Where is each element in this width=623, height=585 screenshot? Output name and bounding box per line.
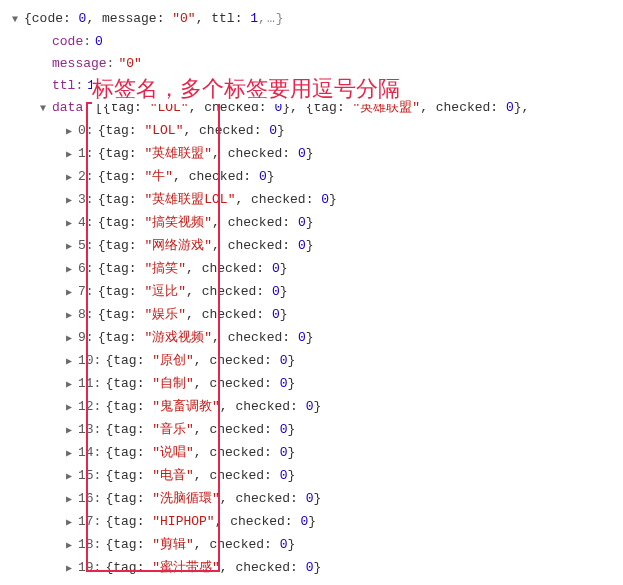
array-index: 11 [78,373,94,395]
array-index: 19 [78,557,94,579]
chevron-right-icon[interactable] [66,489,76,511]
field-key: data [52,97,83,119]
array-index: 15 [78,465,94,487]
chevron-right-icon[interactable] [66,328,76,350]
chevron-right-icon[interactable] [66,144,76,166]
data-array: 0: {tag: "LOL", checked: 0}1: {tag: "英雄联… [0,120,623,580]
array-item[interactable]: 8: {tag: "娱乐", checked: 0} [0,304,623,327]
field-key: ttl [52,75,75,97]
array-item[interactable]: 0: {tag: "LOL", checked: 0} [0,120,623,143]
array-item-value: {tag: "搞笑", checked: 0} [98,258,288,280]
chevron-right-icon[interactable] [66,374,76,396]
array-index: 16 [78,488,94,510]
chevron-right-icon[interactable] [66,167,76,189]
field-key: code [52,31,83,53]
chevron-right-icon[interactable] [66,121,76,143]
array-item-value: {tag: "娱乐", checked: 0} [98,304,288,326]
array-item-value: {tag: "剪辑", checked: 0} [105,534,295,556]
array-index: 17 [78,511,94,533]
chevron-right-icon[interactable] [66,236,76,258]
array-index: 2 [78,166,86,188]
array-item-value: {tag: "牛", checked: 0} [98,166,275,188]
array-index: 6 [78,258,86,280]
field-value: 0 [95,31,103,53]
chevron-right-icon[interactable] [66,259,76,281]
root-row[interactable]: {code: 0, message: "0", ttl: 1,…} [0,8,623,31]
array-item[interactable]: 16: {tag: "洗脑循環", checked: 0} [0,488,623,511]
array-item-value: {tag: "说唱", checked: 0} [105,442,295,464]
chevron-right-icon[interactable] [66,558,76,580]
array-index: 8 [78,304,86,326]
chevron-right-icon[interactable] [66,282,76,304]
array-item-value: {tag: "HIPHOP", checked: 0} [105,511,316,533]
chevron-down-icon[interactable] [40,98,50,120]
chevron-right-icon[interactable] [66,512,76,534]
array-item[interactable]: 7: {tag: "逗比", checked: 0} [0,281,623,304]
chevron-right-icon[interactable] [66,305,76,327]
array-item-value: {tag: "自制", checked: 0} [105,373,295,395]
array-index: 12 [78,396,94,418]
array-item-value: {tag: "逗比", checked: 0} [98,281,288,303]
array-item-value: {tag: "蜜汁带感", checked: 0} [105,557,321,579]
chevron-right-icon[interactable] [66,443,76,465]
array-item[interactable]: 12: {tag: "鬼畜调教", checked: 0} [0,396,623,419]
array-item[interactable]: 9: {tag: "游戏视频", checked: 0} [0,327,623,350]
array-index: 0 [78,120,86,142]
array-item[interactable]: 11: {tag: "自制", checked: 0} [0,373,623,396]
array-item[interactable]: 18: {tag: "剪辑", checked: 0} [0,534,623,557]
chevron-right-icon[interactable] [66,397,76,419]
array-item-value: {tag: "英雄联盟LOL", checked: 0} [98,189,337,211]
array-index: 18 [78,534,94,556]
chevron-down-icon[interactable] [12,9,22,31]
array-item[interactable]: 10: {tag: "原创", checked: 0} [0,350,623,373]
array-item[interactable]: 2: {tag: "牛", checked: 0} [0,166,623,189]
array-index: 13 [78,419,94,441]
field-key: message [52,53,107,75]
array-item-value: {tag: "英雄联盟", checked: 0} [98,143,314,165]
array-item[interactable]: 6: {tag: "搞笑", checked: 0} [0,258,623,281]
array-item-value: {tag: "LOL", checked: 0} [98,120,285,142]
array-index: 3 [78,189,86,211]
root-summary: {code: 0, message: "0", ttl: 1,…} [24,8,284,30]
array-index: 5 [78,235,86,257]
array-item[interactable]: 1: {tag: "英雄联盟", checked: 0} [0,143,623,166]
chevron-right-icon[interactable] [66,190,76,212]
array-index: 14 [78,442,94,464]
array-item-value: {tag: "原创", checked: 0} [105,350,295,372]
array-item-value: {tag: "搞笑视频", checked: 0} [98,212,314,234]
array-index: 7 [78,281,86,303]
field-message[interactable]: message: "0" [0,53,623,75]
array-item[interactable]: 5: {tag: "网络游戏", checked: 0} [0,235,623,258]
annotation-label: 标签名，多个标签要用逗号分隔 [92,74,400,104]
chevron-right-icon[interactable] [66,420,76,442]
array-index: 9 [78,327,86,349]
array-item[interactable]: 15: {tag: "电音", checked: 0} [0,465,623,488]
array-item[interactable]: 3: {tag: "英雄联盟LOL", checked: 0} [0,189,623,212]
chevron-right-icon[interactable] [66,466,76,488]
chevron-right-icon[interactable] [66,351,76,373]
field-value: "0" [118,53,141,75]
array-item[interactable]: 14: {tag: "说唱", checked: 0} [0,442,623,465]
array-item[interactable]: 19: {tag: "蜜汁带感", checked: 0} [0,557,623,580]
array-item-value: {tag: "游戏视频", checked: 0} [98,327,314,349]
array-item-value: {tag: "鬼畜调教", checked: 0} [105,396,321,418]
array-item[interactable]: 13: {tag: "音乐", checked: 0} [0,419,623,442]
array-item-value: {tag: "洗脑循環", checked: 0} [105,488,321,510]
array-item-value: {tag: "音乐", checked: 0} [105,419,295,441]
array-index: 10 [78,350,94,372]
chevron-right-icon[interactable] [66,535,76,557]
chevron-right-icon[interactable] [66,213,76,235]
field-code[interactable]: code: 0 [0,31,623,53]
array-item[interactable]: 4: {tag: "搞笑视频", checked: 0} [0,212,623,235]
array-index: 4 [78,212,86,234]
array-item-value: {tag: "电音", checked: 0} [105,465,295,487]
array-item-value: {tag: "网络游戏", checked: 0} [98,235,314,257]
array-item[interactable]: 17: {tag: "HIPHOP", checked: 0} [0,511,623,534]
array-index: 1 [78,143,86,165]
